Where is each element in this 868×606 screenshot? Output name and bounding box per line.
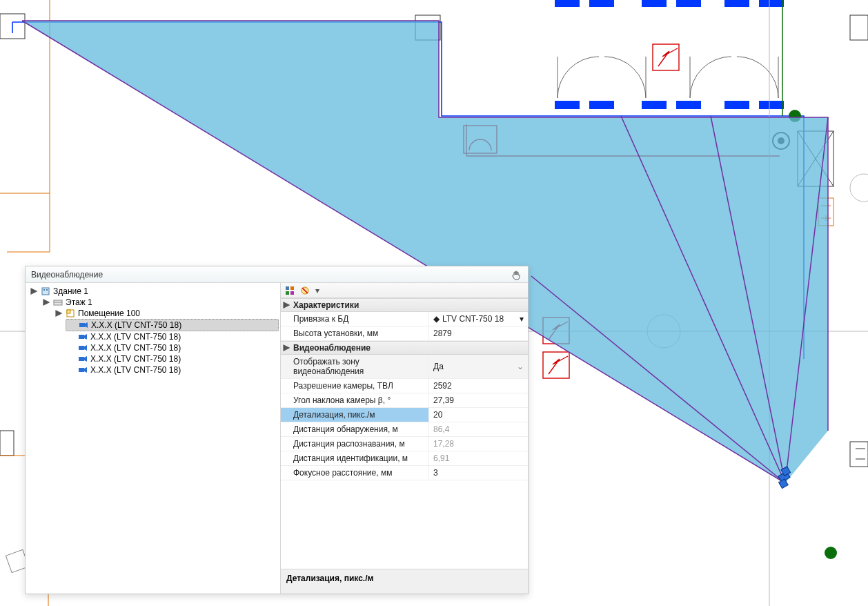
svg-rect-57 xyxy=(42,288,49,295)
prop-recognition-distance: Дистанция распознавания, м 17,28 xyxy=(281,437,528,451)
dropdown-icon[interactable]: ⌄ xyxy=(517,362,524,371)
panel-header[interactable]: Видеонаблюдение xyxy=(26,266,528,283)
tree-label: X.X.X (LTV CNT-750 18) xyxy=(90,365,181,375)
tree-label: X.X.X (LTV CNT-750 18) xyxy=(91,320,181,330)
svg-rect-28 xyxy=(759,101,784,109)
svg-point-42 xyxy=(825,547,837,559)
svg-rect-11 xyxy=(653,44,679,70)
properties-panel: Видеонаблюдение Здание 1 xyxy=(25,266,529,594)
tree-label: X.X.X (LTV CNT-750 18) xyxy=(90,354,181,364)
camera-icon xyxy=(78,354,88,364)
property-description: Детализация, пикс./м xyxy=(281,569,528,594)
tree-node-camera[interactable]: X.X.X (LTV CNT-750 18) xyxy=(66,353,279,364)
svg-rect-59 xyxy=(46,289,48,291)
svg-rect-58 xyxy=(43,289,45,291)
svg-rect-65 xyxy=(67,310,70,313)
svg-rect-78 xyxy=(286,291,289,295)
camera-icon xyxy=(79,320,88,330)
svg-marker-56 xyxy=(31,289,37,294)
category-header[interactable]: Характеристики xyxy=(281,298,528,312)
prop-install-height[interactable]: Высота установки, мм 2879 xyxy=(281,326,528,341)
filter-button[interactable] xyxy=(299,284,311,297)
svg-marker-73 xyxy=(84,356,87,362)
property-grid: ▾ Характеристики Привязка к БД ◆ LTV CNT… xyxy=(281,283,528,594)
expander-icon[interactable] xyxy=(42,298,50,306)
tree-node-camera[interactable]: X.X.X (LTV CNT-750 18) xyxy=(66,331,279,342)
svg-marker-67 xyxy=(85,322,88,328)
tree-label: Помещение 100 xyxy=(78,309,140,318)
tree-label: X.X.X (LTV CNT-750 18) xyxy=(90,343,181,353)
panel-title: Видеонаблюдение xyxy=(31,270,103,280)
svg-rect-25 xyxy=(642,101,667,109)
toolbar-dropdown-icon[interactable]: ▾ xyxy=(314,286,321,295)
tree-node-building[interactable]: Здание 1 xyxy=(28,286,279,297)
svg-rect-21 xyxy=(724,0,749,7)
svg-rect-13 xyxy=(543,352,569,378)
tree-label: Здание 1 xyxy=(53,286,88,296)
category-header[interactable]: Видеонаблюдение xyxy=(281,341,528,355)
svg-rect-76 xyxy=(286,286,289,290)
room-icon xyxy=(66,309,75,318)
svg-rect-72 xyxy=(79,357,84,361)
building-icon xyxy=(41,286,50,296)
svg-marker-82 xyxy=(284,302,289,308)
svg-rect-24 xyxy=(589,101,614,109)
tree-node-camera[interactable]: X.X.X (LTV CNT-750 18) xyxy=(66,319,279,331)
object-tree[interactable]: Здание 1 Этаж 1 xyxy=(26,283,281,594)
prop-tilt-angle[interactable]: Угол наклона камеры β, ° 27,39 xyxy=(281,393,528,408)
dropdown-icon[interactable]: ▾ xyxy=(520,314,524,324)
categorize-button[interactable] xyxy=(284,284,296,297)
svg-rect-17 xyxy=(555,0,580,7)
svg-rect-79 xyxy=(290,291,294,295)
svg-rect-27 xyxy=(724,101,749,109)
svg-marker-71 xyxy=(84,345,87,351)
svg-rect-74 xyxy=(79,368,84,372)
svg-point-36 xyxy=(850,174,868,202)
camera-icon xyxy=(78,343,88,353)
tree-node-floor[interactable]: Этаж 1 xyxy=(41,297,279,308)
svg-rect-7 xyxy=(850,442,868,467)
prop-db-link[interactable]: Привязка к БД ◆ LTV CNT-750 18 ▾ xyxy=(281,312,528,326)
svg-rect-19 xyxy=(642,0,667,7)
floor-icon xyxy=(53,297,63,307)
prop-detail[interactable]: Детализация, пикс./м 20 xyxy=(281,408,528,422)
expander-icon[interactable] xyxy=(282,344,290,352)
svg-rect-2 xyxy=(850,15,868,40)
svg-rect-77 xyxy=(290,286,294,290)
svg-rect-6 xyxy=(0,431,14,456)
svg-rect-26 xyxy=(676,101,701,109)
svg-rect-22 xyxy=(759,0,784,7)
prop-identification-distance: Дистанция идентификации, м 6,91 xyxy=(281,451,528,466)
prop-focal-length[interactable]: Фокусное расстояние, мм 3 xyxy=(281,466,528,480)
svg-rect-70 xyxy=(79,346,84,350)
prop-show-zone[interactable]: Отображать зону видеонаблюдения Да ⌄ xyxy=(281,355,528,379)
svg-marker-75 xyxy=(84,367,87,373)
svg-marker-60 xyxy=(43,300,49,305)
tree-node-room[interactable]: Помещение 100 xyxy=(53,308,279,319)
svg-rect-20 xyxy=(676,0,701,7)
property-toolbar: ▾ xyxy=(281,283,528,298)
camera-icon xyxy=(78,365,88,375)
svg-rect-66 xyxy=(79,323,85,327)
prop-resolution[interactable]: Разрешение камеры, ТВЛ 2592 xyxy=(281,379,528,393)
prop-detection-distance: Дистанция обнаружения, м 86,4 xyxy=(281,422,528,437)
svg-marker-83 xyxy=(284,345,289,351)
svg-rect-23 xyxy=(555,101,580,109)
svg-rect-68 xyxy=(79,335,84,339)
svg-rect-18 xyxy=(589,0,614,7)
expander-icon[interactable] xyxy=(282,301,290,309)
db-diamond-icon: ◆ xyxy=(433,314,440,324)
tree-node-camera[interactable]: X.X.X (LTV CNT-750 18) xyxy=(66,364,279,375)
svg-marker-69 xyxy=(84,334,87,340)
camera-icon xyxy=(78,332,88,342)
expander-icon[interactable] xyxy=(55,309,63,317)
expander-icon[interactable] xyxy=(30,287,38,295)
tree-label: X.X.X (LTV CNT-750 18) xyxy=(90,332,181,342)
tree-node-camera[interactable]: X.X.X (LTV CNT-750 18) xyxy=(66,342,279,353)
grab-icon[interactable] xyxy=(511,269,522,280)
svg-marker-63 xyxy=(56,311,61,316)
tree-label: Этаж 1 xyxy=(66,297,92,307)
